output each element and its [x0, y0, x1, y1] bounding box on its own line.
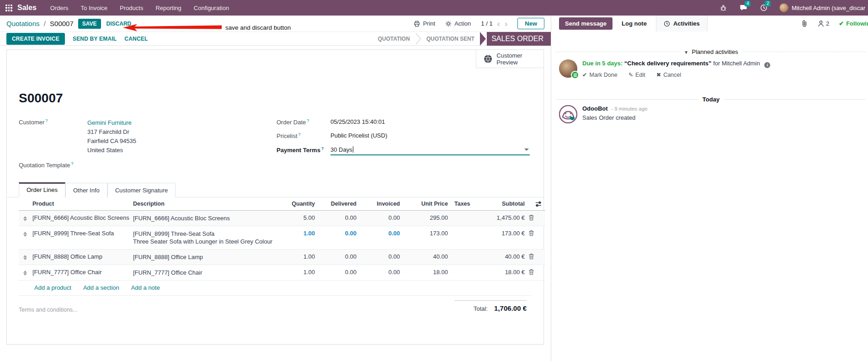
pricelist-value[interactable]: Public Pricelist (USD) [330, 132, 387, 139]
step-quotation[interactable]: QUOTATION [372, 36, 415, 42]
cell-subtotal[interactable]: 1,475.00 € [483, 211, 528, 226]
cell-product[interactable]: [FURN_6666] Acoustic Bloc Screens [32, 211, 133, 226]
create-invoice-button[interactable]: CREATE INVOICE [6, 33, 65, 45]
drag-handle-icon[interactable] [19, 250, 32, 265]
description-column-header[interactable]: Description [133, 197, 284, 211]
step-sales-order[interactable]: SALES ORDER [487, 32, 551, 46]
add-a-note-link[interactable]: Add a note [131, 284, 160, 291]
cell-unit-price[interactable]: 18.00 [404, 265, 452, 281]
user-menu[interactable]: Mitchell Admin (save_discar [779, 3, 865, 12]
cell-delivered[interactable]: 0.00 [319, 265, 360, 281]
action-button[interactable]: Action [445, 20, 471, 27]
info-icon[interactable]: i [764, 62, 770, 68]
messages-icon[interactable]: 4 [739, 3, 748, 12]
menu-reporting[interactable]: Reporting [155, 5, 181, 11]
unit-price-column-header[interactable]: Unit Price [404, 197, 452, 211]
product-column-header[interactable]: Product [32, 197, 133, 211]
cell-taxes[interactable] [452, 265, 483, 281]
edit-activity-button[interactable]: ✎Edit [628, 71, 645, 79]
tab-other-info[interactable]: Other Info [65, 183, 107, 197]
cell-product[interactable]: [FURN_8888] Office Lamp [32, 250, 133, 265]
menu-products[interactable]: Products [120, 5, 143, 11]
pager-next-icon[interactable]: › [505, 19, 507, 28]
chevron-down-icon[interactable] [524, 149, 529, 151]
cancel-button[interactable]: CANCEL [124, 36, 148, 42]
cell-unit-price[interactable]: 40.00 [404, 250, 452, 265]
quantity-column-header[interactable]: Quantity [284, 197, 319, 211]
followers-button[interactable]: 2 [818, 20, 829, 27]
cell-delivered[interactable]: 0.00 [319, 226, 360, 250]
message-author[interactable]: OdooBot [582, 105, 608, 112]
cell-quantity[interactable]: 1.00 [284, 265, 319, 281]
drag-handle-icon[interactable] [19, 211, 32, 226]
optional-columns-icon[interactable] [528, 197, 545, 211]
drag-handle-icon[interactable] [19, 226, 32, 250]
breadcrumb-quotations-link[interactable]: Quotations [6, 20, 40, 27]
menu-orders[interactable]: Orders [50, 5, 69, 11]
cell-taxes[interactable] [452, 226, 483, 250]
tab-order-lines[interactable]: Order Lines [19, 182, 65, 197]
menu-configuration[interactable]: Configuration [194, 5, 229, 11]
cell-unit-price[interactable]: 173.00 [404, 226, 452, 250]
terms-and-conditions-placeholder[interactable]: Terms and conditions... [19, 307, 78, 313]
order-date-value[interactable]: 05/25/2023 15:40:01 [330, 118, 385, 125]
delete-line-icon[interactable] [528, 230, 544, 236]
step-quotation-sent[interactable]: QUOTATION SENT [421, 36, 480, 42]
planned-activities-header[interactable]: ▼ Planned activities [556, 48, 866, 55]
new-button[interactable]: New [517, 18, 544, 29]
quotation-template-field[interactable]: Quotation Template? [19, 161, 256, 169]
pricelist-label: Pricelist? [277, 132, 330, 139]
cell-subtotal[interactable]: 40.00 € [483, 250, 528, 265]
add-a-section-link[interactable]: Add a section [83, 284, 119, 291]
debug-bug-icon[interactable] [719, 3, 728, 12]
taxes-column-header[interactable]: Taxes [452, 197, 483, 211]
following-button[interactable]: ✔ Following [839, 20, 868, 27]
cell-subtotal[interactable]: 18.00 € [483, 265, 528, 281]
save-button[interactable]: SAVE [78, 19, 101, 29]
cell-invoiced[interactable]: 0.00 [360, 211, 404, 226]
cell-description[interactable]: [FURN_8888] Office Lamp [133, 250, 284, 265]
add-a-product-link[interactable]: Add a product [34, 284, 71, 291]
print-button[interactable]: Print [414, 20, 435, 27]
mark-done-button[interactable]: ✔Mark Done [582, 71, 618, 79]
cancel-activity-button[interactable]: ✖Cancel [656, 71, 681, 79]
delete-line-icon[interactable] [528, 253, 544, 260]
cell-quantity[interactable]: 1.00 [284, 250, 319, 265]
cell-unit-price[interactable]: 295.00 [404, 211, 452, 226]
cell-delivered[interactable]: 0.00 [319, 211, 360, 226]
app-name[interactable]: Sales [17, 4, 37, 12]
cell-description[interactable]: [FURN_6666] Acoustic Bloc Screens [133, 211, 284, 226]
customer-name-link[interactable]: Gemini Furniture [87, 118, 136, 127]
activities-button[interactable]: Activities [656, 16, 708, 32]
send-by-email-button[interactable]: SEND BY EMAIL [73, 36, 117, 42]
drag-handle-icon[interactable] [19, 265, 32, 281]
cell-product[interactable]: [FURN_7777] Office Chair [32, 265, 133, 281]
cell-quantity[interactable]: 5.00 [284, 211, 319, 226]
invoiced-column-header[interactable]: Invoiced [360, 197, 404, 211]
payment-terms-input[interactable]: 30 Days [330, 146, 530, 155]
cell-taxes[interactable] [452, 211, 483, 226]
customer-preview-button[interactable]: Customer Preview [476, 50, 543, 68]
send-message-button[interactable]: Send message [559, 17, 612, 30]
delete-line-icon[interactable] [528, 269, 544, 275]
cell-invoiced[interactable]: 0.00 [360, 250, 404, 265]
tab-customer-signature[interactable]: Customer Signature [107, 183, 176, 197]
menu-to-invoice[interactable]: To Invoice [81, 5, 108, 11]
cell-invoiced[interactable]: 0.00 [360, 226, 404, 250]
delete-line-icon[interactable] [528, 214, 544, 221]
subtotal-column-header[interactable]: Subtotal [483, 197, 528, 211]
cell-invoiced[interactable]: 0.00 [360, 265, 404, 281]
attachment-paperclip-icon[interactable] [801, 20, 808, 27]
cell-description[interactable]: [FURN_8999] Three-Seat SofaThree Seater … [133, 226, 284, 250]
cell-subtotal[interactable]: 173.00 € [483, 226, 528, 250]
log-note-button[interactable]: Log note [622, 20, 647, 27]
delivered-column-header[interactable]: Delivered [319, 197, 360, 211]
apps-menu-icon[interactable] [5, 5, 12, 11]
activities-clock-icon[interactable]: 2 [759, 3, 768, 12]
cell-product[interactable]: [FURN_8999] Three-Seat Sofa [32, 226, 133, 250]
cell-taxes[interactable] [452, 250, 483, 265]
pager-prev-icon[interactable]: ‹ [497, 19, 500, 28]
cell-quantity[interactable]: 1.00 [284, 226, 319, 250]
cell-description[interactable]: [FURN_7777] Office Chair [133, 265, 284, 281]
cell-delivered[interactable]: 0.00 [319, 250, 360, 265]
